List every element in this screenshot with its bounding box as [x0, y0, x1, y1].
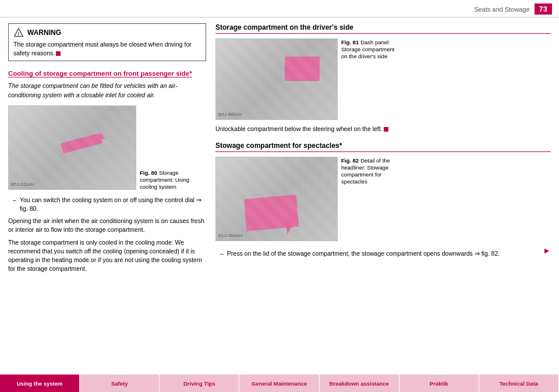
page-arrow: ►	[543, 246, 551, 255]
fig80-caption: Fig. 80 Storage compartment: Using cooli…	[140, 169, 192, 190]
fig80-container: B5J-0114H Fig. 80 Storage compartment: U…	[8, 105, 206, 190]
fig82-caption: Fig. 82 Detail of the headliner: Stowage…	[338, 157, 402, 185]
footer-tab-technical-data[interactable]: Technical Data	[479, 375, 559, 392]
right-bottom-heading: Stowage compartment for spectacles*	[215, 142, 551, 152]
footer-tab-general-maintenance[interactable]: General Maintenance	[239, 375, 319, 392]
fig82-label: B1Z-0044H	[218, 233, 242, 238]
intro-text: The storage compartment can be fitted fo…	[8, 82, 206, 99]
body-text-1: Opening the air inlet when the air condi…	[8, 217, 206, 234]
main-content: ! WARNING The storage compartment must a…	[0, 17, 559, 377]
bullet-text-2: Press on the lid of the stowage compartm…	[227, 249, 500, 258]
bullet-item-spectacles: – Press on the lid of the stowage compar…	[220, 249, 543, 258]
right-column: Storage compartment on the driver's side…	[215, 23, 551, 371]
footer-tab-breakdown-assistance[interactable]: Breakdown assistance	[320, 375, 399, 392]
bullet-dash: –	[13, 196, 16, 213]
footer-nav: Using the systemSafetyDriving TipsGenera…	[0, 375, 559, 392]
svg-text:!: !	[18, 31, 20, 37]
stop-marker-3	[384, 127, 388, 132]
bullet-dash-2: –	[220, 249, 224, 258]
fig82-row: B1Z-0044H Fig. 82 Detail of the headline…	[215, 157, 551, 241]
footer-tab-driving-tips[interactable]: Driving Tips	[160, 375, 239, 392]
fig82-image: B1Z-0044H	[215, 157, 338, 241]
warning-title: WARNING	[27, 29, 61, 37]
footer-tab-safety[interactable]: Safety	[80, 375, 160, 392]
page-number: 73	[535, 3, 552, 15]
section-title: Seats and Stowage	[474, 6, 529, 13]
right-top-heading: Storage compartment on the driver's side	[215, 23, 551, 34]
fig81-row: B5J-0091H Fig. 81 Dash panel: Storage co…	[215, 38, 551, 120]
left-section-heading: Cooling of storage compartment on front …	[8, 69, 206, 78]
warning-box: ! WARNING The storage compartment must a…	[8, 23, 206, 61]
fig81-label: B5J-0091H	[218, 112, 242, 117]
fig80-image: B5J-0114H	[8, 105, 136, 190]
fig80-label: B5J-0114H	[11, 182, 34, 187]
warning-icon: !	[13, 27, 24, 38]
footer-tab-using-the-system[interactable]: Using the system	[0, 375, 80, 392]
page-header: Seats and Stowage 73	[0, 0, 559, 17]
left-column: ! WARNING The storage compartment must a…	[8, 23, 206, 371]
fig81-image: B5J-0091H	[215, 38, 338, 120]
bullet-text: You can switch the cooling system on or …	[20, 196, 206, 213]
bullet-item-cooling: – You can switch the cooling system on o…	[13, 196, 206, 213]
body-text-2: The storage compartment is only cooled i…	[8, 238, 206, 274]
fig81-caption: Fig. 81 Dash panel: Storage compartment …	[338, 38, 402, 59]
footer-tab-praktik[interactable]: Praktik	[399, 375, 479, 392]
warning-text: The storage compartment must always be c…	[13, 40, 201, 57]
unlockable-text: Unlockable compartment below the steerin…	[215, 125, 551, 133]
stop-marker	[56, 51, 61, 56]
